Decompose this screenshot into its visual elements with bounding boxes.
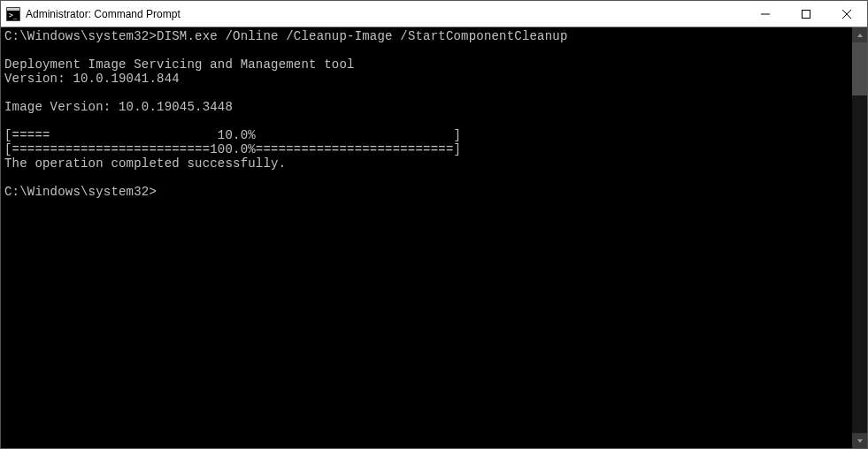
prompt-path: C:\Windows\system32> bbox=[4, 29, 157, 43]
close-button[interactable] bbox=[826, 1, 867, 27]
tool-name: Deployment Image Servicing and Managemen… bbox=[4, 57, 355, 72]
prompt-current: C:\Windows\system32> bbox=[4, 185, 157, 199]
cmd-icon: >_ bbox=[6, 7, 20, 21]
vertical-scrollbar[interactable] bbox=[852, 27, 867, 448]
progress-bar-1: [===== 10.0% ] bbox=[4, 128, 461, 142]
window-controls bbox=[745, 1, 867, 27]
progress-bar-2: [==========================100.0%=======… bbox=[4, 142, 461, 156]
scroll-track[interactable] bbox=[852, 42, 867, 433]
scroll-up-button[interactable] bbox=[852, 27, 867, 42]
version-line: Version: 10.0.19041.844 bbox=[4, 72, 180, 86]
entered-command: DISM.exe /Online /Cleanup-Image /StartCo… bbox=[157, 29, 567, 43]
svg-marker-7 bbox=[857, 34, 863, 37]
command-prompt-window: >_ Administrator: Command Prompt C:\Wind… bbox=[0, 0, 868, 449]
console-output[interactable]: C:\Windows\system32>DISM.exe /Online /Cl… bbox=[1, 27, 852, 448]
minimize-button[interactable] bbox=[745, 1, 786, 27]
maximize-button[interactable] bbox=[786, 1, 826, 27]
titlebar[interactable]: >_ Administrator: Command Prompt bbox=[1, 1, 867, 27]
scroll-down-button[interactable] bbox=[852, 433, 867, 448]
svg-rect-4 bbox=[803, 10, 810, 18]
image-version-line: Image Version: 10.0.19045.3448 bbox=[4, 100, 233, 114]
completion-message: The operation completed successfully. bbox=[4, 156, 286, 171]
svg-text:>_: >_ bbox=[9, 11, 18, 19]
svg-rect-1 bbox=[7, 8, 19, 11]
svg-marker-8 bbox=[857, 439, 863, 443]
console-area: C:\Windows\system32>DISM.exe /Online /Cl… bbox=[1, 27, 867, 448]
scroll-thumb[interactable] bbox=[852, 42, 867, 95]
window-title: Administrator: Command Prompt bbox=[26, 8, 745, 20]
